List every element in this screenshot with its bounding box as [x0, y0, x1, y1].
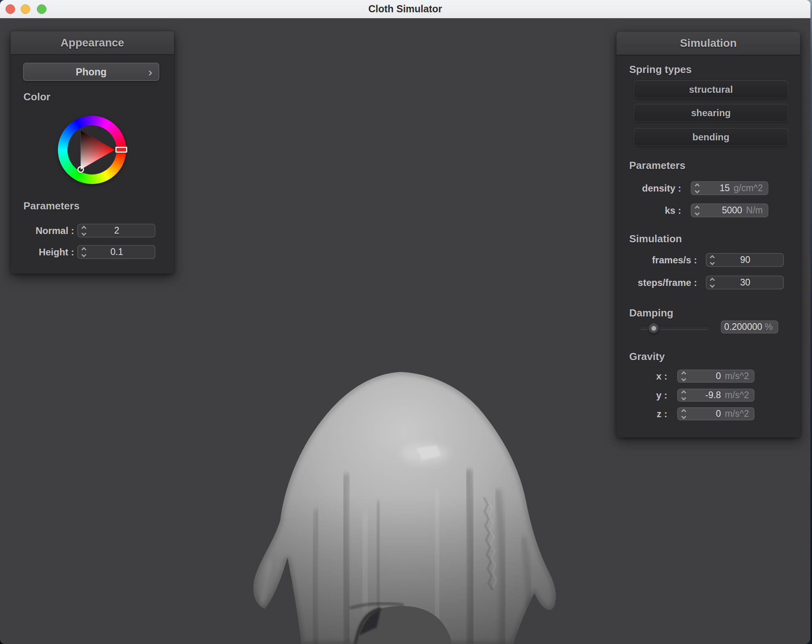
spring-button-bending[interactable]: bending [634, 128, 788, 146]
steps-value: 30 [718, 277, 783, 288]
density-unit: g/cm^2 [734, 183, 768, 194]
normal-spinbox[interactable]: 2 [77, 224, 155, 238]
gravity-x-unit: m/s^2 [725, 371, 754, 381]
shader-select-button[interactable]: Phong › [23, 63, 159, 81]
simulation-panel-title: Simulation [680, 37, 737, 50]
color-wheel [58, 116, 126, 184]
stepper-up-icon[interactable] [710, 255, 715, 260]
stepper-down-icon[interactable] [695, 188, 700, 194]
desktop: { "titlebar": { "title": "Cloth Simulato… [0, 0, 812, 644]
close-button[interactable] [6, 4, 15, 14]
damping-slider-knob-dot [651, 326, 656, 331]
steps-label: steps/frame : [638, 277, 697, 288]
damping-unit: % [765, 322, 778, 332]
stepper-up-icon[interactable] [81, 226, 86, 231]
ks-spinbox[interactable]: 5000 N/m [691, 203, 768, 217]
stepper[interactable] [707, 278, 718, 287]
stepper[interactable] [691, 206, 703, 215]
damping-section-label: Damping [629, 307, 673, 319]
zoom-button[interactable] [37, 4, 46, 14]
height-spinbox[interactable]: 0.1 [77, 245, 155, 259]
stepper-up-icon[interactable] [710, 278, 715, 283]
gravity-section-label: Gravity [629, 351, 665, 363]
spring-button-shearing[interactable]: shearing [634, 104, 788, 122]
simulation-parameters-label: Parameters [629, 159, 686, 172]
ks-label: ks : [665, 205, 681, 216]
saturation-value-selector[interactable] [77, 166, 84, 173]
gravity-y-spinbox[interactable]: -9.8 m/s^2 [677, 389, 755, 402]
stepper-down-icon[interactable] [710, 283, 715, 288]
appearance-panel-title: Appearance [61, 36, 124, 49]
spring-button-label: bending [692, 132, 729, 143]
stepper-up-icon[interactable] [695, 205, 700, 211]
stepper-down-icon[interactable] [681, 376, 686, 381]
gravity-z-label: z : [657, 408, 667, 420]
stepper-up-icon[interactable] [681, 390, 686, 395]
ks-unit: N/m [746, 205, 768, 216]
stepper[interactable] [78, 226, 89, 235]
appearance-panel-header: Appearance [11, 31, 174, 55]
density-label: density : [642, 183, 681, 194]
hue-selector[interactable] [115, 147, 127, 153]
stepper[interactable] [691, 184, 703, 193]
stepper-up-icon[interactable] [695, 183, 700, 188]
steps-spinbox[interactable]: 30 [706, 276, 784, 289]
damping-value: 0.200000 [724, 322, 762, 332]
spring-button-structural[interactable]: structural [634, 80, 788, 98]
stepper[interactable] [707, 256, 718, 264]
gravity-z-spinbox[interactable]: 0 m/s^2 [677, 407, 755, 420]
damping-slider-knob[interactable] [648, 323, 659, 334]
appearance-parameters-label: Parameters [23, 200, 80, 212]
color-section-label: Color [23, 91, 50, 103]
normal-label: Normal : [36, 225, 74, 236]
chevron-right-icon: › [148, 64, 152, 80]
density-value: 15 [703, 183, 730, 194]
appearance-panel: Appearance Phong › Color [11, 31, 174, 274]
spring-button-label: structural [689, 84, 733, 95]
gravity-x-value: 0 [689, 371, 721, 381]
simulation-panel-header: Simulation [617, 32, 800, 56]
app-window: Cloth Simulator [0, 0, 810, 644]
simulation-section-label: Simulation [629, 233, 682, 245]
stepper-up-icon[interactable] [681, 371, 686, 376]
stepper[interactable] [678, 410, 689, 418]
frames-spinbox[interactable]: 90 [706, 253, 784, 267]
stepper-up-icon[interactable] [681, 409, 686, 414]
stepper[interactable] [78, 248, 89, 257]
damping-valuebox[interactable]: 0.200000 % [721, 320, 778, 334]
frames-label: frames/s : [652, 255, 697, 266]
spring-types-label: Spring types [629, 63, 691, 76]
gravity-y-label: y : [656, 390, 667, 401]
stepper[interactable] [678, 372, 689, 381]
density-spinbox[interactable]: 15 g/cm^2 [691, 181, 768, 195]
gravity-x-spinbox[interactable]: 0 m/s^2 [677, 370, 755, 383]
stepper-down-icon[interactable] [81, 252, 86, 257]
gravity-z-unit: m/s^2 [725, 408, 754, 419]
minimize-button[interactable] [21, 4, 30, 14]
gravity-y-unit: m/s^2 [725, 390, 754, 401]
stepper-up-icon[interactable] [81, 247, 86, 252]
stepper-down-icon[interactable] [681, 414, 686, 419]
height-label: Height : [39, 247, 74, 258]
stepper-down-icon[interactable] [710, 260, 715, 265]
frames-value: 90 [718, 255, 783, 265]
gravity-z-value: 0 [689, 408, 721, 419]
titlebar[interactable]: Cloth Simulator [0, 0, 810, 18]
cloth-render [246, 370, 563, 644]
normal-value: 2 [89, 225, 155, 236]
ks-value: 5000 [703, 205, 742, 216]
spring-button-label: shearing [691, 107, 731, 119]
height-value: 0.1 [89, 247, 155, 257]
window-title: Cloth Simulator [368, 3, 442, 15]
stepper-down-icon[interactable] [681, 395, 686, 401]
gravity-y-value: -9.8 [689, 390, 721, 401]
gravity-x-label: x : [656, 371, 667, 382]
simulation-panel: Simulation Spring types structural shear… [617, 32, 800, 437]
stepper-down-icon[interactable] [81, 231, 86, 236]
shader-select-label: Phong [76, 66, 107, 78]
stepper[interactable] [678, 391, 689, 400]
stepper-down-icon[interactable] [695, 211, 700, 216]
